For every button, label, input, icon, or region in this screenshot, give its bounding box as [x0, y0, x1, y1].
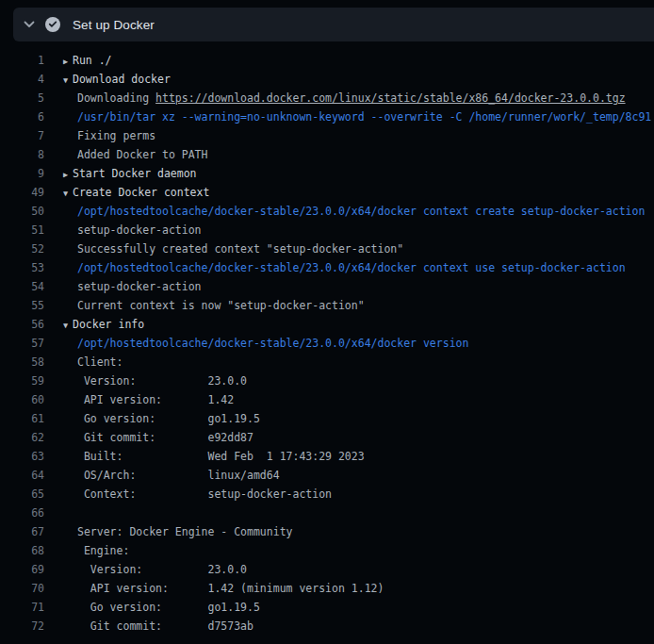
log-line: 65 Context: setup-docker-action [0, 485, 654, 504]
line-number[interactable]: 57 [0, 334, 44, 353]
log-text: Version: 23.0.0 [77, 563, 247, 576]
line-number[interactable]: 56 [0, 315, 44, 334]
log-text: Version: 23.0.0 [77, 374, 247, 388]
line-number[interactable]: 51 [0, 221, 44, 239]
line-number[interactable]: 62 [0, 428, 44, 447]
log-line: 69 Version: 23.0.0 [0, 560, 654, 579]
log-line: 71 Go version: go1.19.5 [0, 598, 654, 617]
log-viewer: 1▶Run ./4▼Download docker5Downloading ht… [0, 41, 654, 644]
step-title: Set up Docker [73, 18, 155, 32]
line-number[interactable]: 9 [0, 164, 44, 183]
log-line: 60 API version: 1.42 [0, 390, 654, 409]
log-line: 70 API version: 1.42 (minimum version 1.… [0, 579, 654, 598]
group-title[interactable]: Create Docker context [73, 186, 209, 199]
line-number[interactable]: 70 [0, 579, 44, 598]
log-command: /opt/hostedtoolcache/docker-stable/23.0.… [77, 337, 468, 350]
line-number[interactable]: 8 [0, 145, 44, 164]
line-number[interactable]: 58 [0, 353, 44, 372]
line-number[interactable]: 7 [0, 126, 44, 145]
log-text: Server: Docker Engine - Community [77, 525, 292, 538]
line-number[interactable]: 71 [0, 598, 44, 617]
triangle-right-icon[interactable]: ▶ [63, 165, 73, 184]
log-line: 56▼Docker info [0, 315, 654, 334]
log-line: 51setup-docker-action [0, 221, 654, 239]
log-text: API version: 1.42 (minimum version 1.12) [77, 582, 384, 595]
log-command: /opt/hostedtoolcache/docker-stable/23.0.… [77, 205, 645, 218]
log-line: 1▶Run ./ [0, 51, 654, 70]
log-line: 63 Built: Wed Feb 1 17:43:29 2023 [0, 447, 654, 466]
log-line: 61 Go version: go1.19.5 [0, 409, 654, 428]
line-number[interactable]: 61 [0, 409, 44, 428]
line-number[interactable]: 6 [0, 107, 44, 126]
log-command: /opt/hostedtoolcache/docker-stable/23.0.… [77, 261, 626, 274]
log-text: Built: Wed Feb 1 17:43:29 2023 [77, 450, 365, 463]
group-title[interactable]: Download docker [73, 73, 171, 86]
triangle-down-icon[interactable]: ▼ [63, 71, 73, 90]
log-line: 52Successfully created context "setup-do… [0, 239, 654, 258]
log-line: 64 OS/Arch: linux/amd64 [0, 466, 654, 485]
log-text: Git commit: d7573ab [77, 619, 253, 633]
log-line: 57/opt/hostedtoolcache/docker-stable/23.… [0, 334, 654, 353]
log-line: 9▶Start Docker daemon [0, 164, 654, 183]
line-number[interactable]: 65 [0, 485, 44, 504]
log-text: Downloading [77, 91, 155, 105]
log-line: 66 [0, 504, 654, 522]
line-number[interactable]: 67 [0, 522, 44, 541]
log-text: setup-docker-action [77, 223, 202, 237]
log-line: 53/opt/hostedtoolcache/docker-stable/23.… [0, 258, 654, 277]
line-number[interactable]: 59 [0, 372, 44, 390]
log-line: 5Downloading https://download.docker.com… [0, 89, 654, 107]
line-number[interactable]: 1 [0, 51, 44, 70]
log-line: 67Server: Docker Engine - Community [0, 522, 654, 541]
group-title[interactable]: Run ./ [73, 54, 112, 67]
line-number[interactable]: 5 [0, 89, 44, 107]
log-link[interactable]: https://download.docker.com/linux/static… [155, 91, 626, 105]
log-group-row[interactable]: ▼Download docker [63, 70, 171, 89]
log-text: Fixing perms [77, 129, 155, 142]
log-line: 4▼Download docker [0, 70, 654, 89]
line-number[interactable]: 63 [0, 447, 44, 466]
log-line: 59 Version: 23.0.0 [0, 372, 654, 390]
group-title[interactable]: Start Docker daemon [73, 167, 197, 180]
log-group-row[interactable]: ▼Docker info [63, 315, 144, 334]
log-line: 62 Git commit: e92dd87 [0, 428, 654, 447]
log-line: 54setup-docker-action [0, 277, 654, 296]
log-text: Current context is now "setup-docker-act… [77, 299, 365, 312]
log-text: Successfully created context "setup-dock… [77, 242, 403, 256]
line-number[interactable]: 4 [0, 70, 44, 89]
triangle-right-icon[interactable]: ▶ [63, 52, 73, 71]
line-number[interactable]: 60 [0, 390, 44, 409]
log-text: Context: setup-docker-action [77, 487, 332, 501]
line-number[interactable]: 66 [0, 504, 44, 522]
line-number[interactable]: 54 [0, 277, 44, 296]
log-line: 6/usr/bin/tar xz --warning=no-unknown-ke… [0, 107, 654, 126]
step-header[interactable]: Set up Docker [13, 8, 654, 41]
group-title[interactable]: Docker info [73, 318, 144, 331]
log-text: OS/Arch: linux/amd64 [77, 469, 280, 482]
chevron-down-icon[interactable] [21, 21, 38, 28]
line-number[interactable]: 55 [0, 296, 44, 315]
log-text: Go version: go1.19.5 [77, 412, 260, 425]
log-group-row[interactable]: ▶Start Docker daemon [63, 164, 197, 183]
log-line: 7Fixing perms [0, 126, 654, 145]
log-line: 49▼Create Docker context [0, 183, 654, 202]
log-line: 8Added Docker to PATH [0, 145, 654, 164]
log-text: Git commit: e92dd87 [77, 431, 253, 444]
line-number[interactable]: 72 [0, 617, 44, 636]
line-number[interactable]: 53 [0, 258, 44, 277]
log-group-row[interactable]: ▼Create Docker context [63, 183, 209, 202]
line-number[interactable]: 64 [0, 466, 44, 485]
log-line: 58Client: [0, 353, 654, 372]
log-line: 55Current context is now "setup-docker-a… [0, 296, 654, 315]
line-number[interactable]: 68 [0, 541, 44, 560]
triangle-down-icon[interactable]: ▼ [63, 184, 73, 203]
log-text: Go version: go1.19.5 [77, 601, 260, 614]
line-number[interactable]: 50 [0, 202, 44, 221]
log-group-row[interactable]: ▶Run ./ [63, 51, 112, 70]
line-number[interactable]: 69 [0, 560, 44, 579]
line-number[interactable]: 49 [0, 183, 44, 202]
triangle-down-icon[interactable]: ▼ [63, 316, 73, 335]
line-number[interactable]: 52 [0, 239, 44, 258]
log-text: API version: 1.42 [77, 393, 234, 406]
actions-log-page: Set up Docker 1▶Run ./4▼Download docker5… [0, 0, 654, 644]
